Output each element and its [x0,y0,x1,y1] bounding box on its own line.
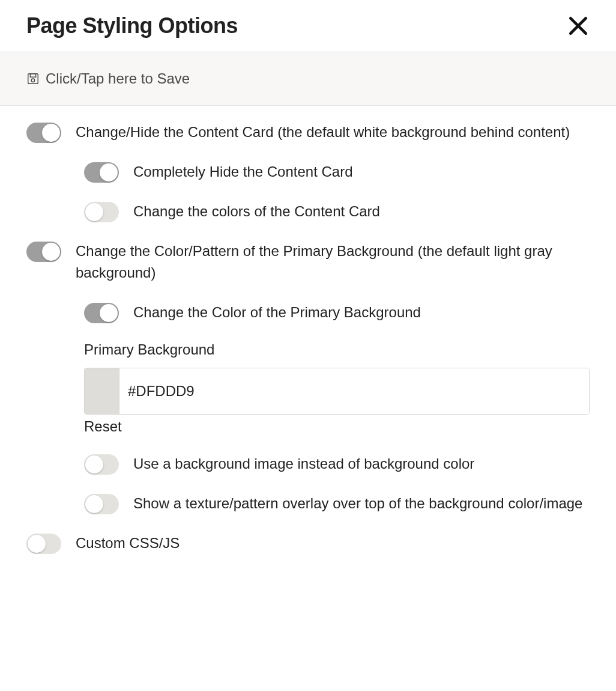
toggle-knob [100,304,118,322]
option-hide-card: Completely Hide the Content Card [84,161,590,183]
dialog-title: Page Styling Options [26,13,238,38]
save-icon [26,72,40,85]
color-input-wrap [84,368,590,415]
toggle-hide-card[interactable] [84,162,119,183]
primary-bg-color-label: Primary Background [84,341,590,358]
color-input[interactable] [119,368,589,414]
options-body: Change/Hide the Content Card (the defaul… [0,106,616,596]
option-primary-bg: Change the Color/Pattern of the Primary … [26,240,590,284]
option-texture-label: Show a texture/pattern overlay over top … [133,493,582,514]
toggle-knob [85,495,103,513]
option-bg-image-label: Use a background image instead of backgr… [133,453,474,475]
dialog-header: Page Styling Options [0,0,616,52]
toggle-primary-bg[interactable] [26,242,61,262]
option-content-card-label: Change/Hide the Content Card (the defaul… [76,121,570,143]
toggle-bg-image[interactable] [84,454,119,475]
close-icon [567,14,590,37]
option-bg-image: Use a background image instead of backgr… [84,453,590,475]
option-change-bg-color-label: Change the Color of the Primary Backgrou… [133,302,421,323]
toggle-card-colors[interactable] [84,202,119,222]
option-custom-css-label: Custom CSS/JS [76,532,180,554]
save-bar[interactable]: Click/Tap here to Save [0,52,616,106]
toggle-knob [28,535,46,553]
svg-point-4 [31,79,35,82]
toggle-knob [85,455,103,473]
reset-color-link[interactable]: Reset [84,418,122,435]
toggle-texture[interactable] [84,494,119,514]
option-hide-card-label: Completely Hide the Content Card [133,161,353,183]
close-button[interactable] [566,14,590,38]
save-bar-label: Click/Tap here to Save [46,70,190,87]
toggle-knob [42,243,60,261]
option-content-card: Change/Hide the Content Card (the defaul… [26,121,590,143]
option-change-bg-color: Change the Color of the Primary Backgrou… [84,302,590,323]
option-card-colors: Change the colors of the Content Card [84,201,590,222]
primary-bg-color-field: Primary Background Reset [84,341,590,435]
option-card-colors-label: Change the colors of the Content Card [133,201,380,222]
option-custom-css: Custom CSS/JS [26,532,590,554]
toggle-custom-css[interactable] [26,534,61,554]
svg-rect-3 [30,74,35,78]
toggle-knob [100,163,118,181]
color-swatch[interactable] [85,368,119,414]
toggle-knob [85,203,103,221]
option-texture: Show a texture/pattern overlay over top … [84,493,590,514]
toggle-content-card[interactable] [26,123,61,143]
option-primary-bg-label: Change the Color/Pattern of the Primary … [76,240,590,284]
toggle-change-bg-color[interactable] [84,303,119,323]
toggle-knob [42,124,60,142]
